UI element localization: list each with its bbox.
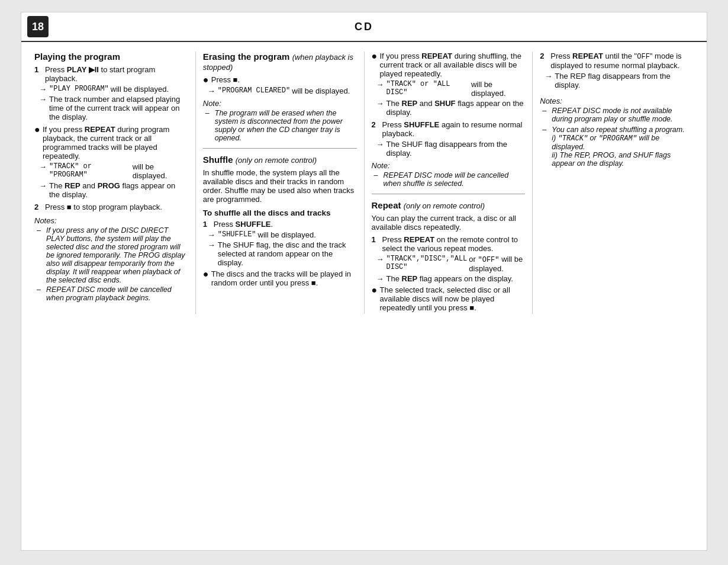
repeat-title: Repeat (only on remote control) — [372, 200, 526, 210]
shuffle-title: Shuffle (only on remote control) — [203, 155, 357, 165]
track-program-text: will be displayed. — [133, 162, 188, 180]
track-program-display: "TRACK" or "PROGRAM" — [49, 162, 131, 179]
step-num-2: 2 — [34, 203, 43, 211]
col3-note-dash: – — [374, 171, 381, 179]
col4-note-dash-1: – — [542, 107, 549, 115]
col3-note-item: – REPEAT DISC mode will be cancelled whe… — [372, 171, 526, 188]
arrow-rep-prog: → The REP and PROG flags appear on the d… — [39, 181, 188, 199]
play-bold: PLAY ▶II — [67, 65, 99, 74]
note-dash-2: – — [37, 285, 44, 294]
content-area: Playing the program 1 Press PLAY ▶II to … — [21, 42, 707, 320]
track-alldisc-text: will be displayed. — [471, 80, 525, 98]
arrow-icon-2: → — [39, 95, 47, 104]
shuffle-step-num-1: 1 — [203, 220, 211, 229]
arrow-icon-1: → — [39, 85, 47, 94]
rep-shuf-text: The REP and SHUF flags appear on the dis… — [386, 99, 526, 117]
stop-bold: ■ — [67, 203, 72, 211]
erase-bullet: ● Press ■. — [203, 75, 357, 85]
col4-notes-label: Notes: — [540, 97, 694, 105]
arrow-repeat-modes: → "TRACK","DISC","ALL DISC" or "OFF" wil… — [376, 255, 526, 273]
rep-appears-text: The REP flag appears on the display. — [386, 274, 513, 283]
col-repeat-shuffle: ● If you press REPEAT during shuffling, … — [365, 52, 533, 314]
arrow-shuffle-display: → "SHUFFLE" will be displayed. — [208, 230, 357, 239]
erase-note-item: – The program will be erased when the sy… — [203, 109, 357, 142]
shuffle-will-display: will be displayed. — [258, 230, 316, 239]
col4-note-1: – REPEAT DISC mode is not available duri… — [540, 107, 694, 123]
arrow-track-program: → "TRACK" or "PROGRAM" will be displayed… — [39, 162, 188, 180]
repeat-title-text: Repeat — [372, 200, 401, 210]
play-program-text: will be displayed. — [111, 85, 169, 94]
col-erase-shuffle: Erasing the program (when playback is st… — [196, 52, 365, 314]
repeat-bold-2: REPEAT — [572, 52, 603, 60]
repeat-shuffle-bullet: ● If you press REPEAT during shuffling, … — [372, 52, 526, 78]
erase-note-text: The program will be erased when the syst… — [215, 109, 357, 142]
bullet-repeat: ● If you press REPEAT during program pla… — [34, 125, 188, 160]
repeat-bullet-text: The selected track, selected disc or all… — [380, 285, 526, 312]
arrow-program-cleared: → "PROGRAM CLEARED" will be displayed. — [208, 86, 357, 95]
program-cleared-display: "PROGRAM CLEARED" — [218, 86, 290, 95]
page-title: CD — [355, 21, 373, 33]
note-1-disc: – If you press any of the DISC DIRECT PL… — [34, 226, 188, 284]
arrow-rep-disappears: → The REP flag disappears from the displ… — [545, 72, 694, 89]
track-time-text: The track number and elapsed playing tim… — [49, 95, 188, 121]
col4-note-1-text: REPEAT DISC mode is not available during… — [552, 107, 694, 123]
repeat-bullet: ● The selected track, selected disc or a… — [372, 285, 526, 312]
col4-notes: Notes: – REPEAT DISC mode is not availab… — [540, 97, 694, 168]
page-wrapper: 18 CD Playing the program 1 Press PLAY ▶… — [21, 12, 707, 551]
repeat-desc: You can play the current track, a disc o… — [372, 214, 526, 232]
repeat-step-2: 2 Press REPEAT until the "OFF" mode is d… — [540, 52, 694, 70]
shuf-disappears-text: The SHUF flag disappears from the displa… — [386, 140, 526, 158]
repeat-modes-display: "TRACK","DISC","ALL DISC" — [386, 255, 468, 271]
col1-notes: Notes: – If you press any of the DISC DI… — [34, 216, 188, 302]
bullet-icon-5: ● — [372, 285, 378, 295]
arrow-icon-6: → — [208, 230, 216, 239]
shuffle-step-num-2: 2 — [372, 120, 380, 129]
col3-note-text: REPEAT DISC mode will be cancelled when … — [384, 171, 526, 188]
step-1-content: Press PLAY ▶II to start program playback… — [45, 65, 188, 83]
repeat-subtitle: (only on remote control) — [404, 201, 485, 210]
shuffle-step-1-content: Press SHUFFLE. — [214, 220, 357, 229]
arrow-shuf-disappears: → The SHUF flag disappears from the disp… — [376, 140, 526, 158]
arrow-icon-4: → — [39, 181, 47, 190]
page-header: 18 CD — [21, 12, 707, 42]
divider-shuffle — [203, 148, 357, 149]
repeat-step-2-content: Press REPEAT until the "OFF" mode is dis… — [550, 52, 694, 70]
step-1-play: 1 Press PLAY ▶II to start program playba… — [34, 65, 188, 83]
shuffle-step-2: 2 Press SHUFFLE again to resume normal p… — [372, 120, 526, 138]
arrow-play-program: → "PLAY PROGRAM" will be displayed. — [39, 85, 188, 94]
notes-label-1: Notes: — [34, 216, 188, 225]
bullet-icon-2: ● — [203, 75, 209, 85]
program-cleared-text: will be displayed. — [292, 86, 350, 95]
repeat-modes-text: or "OFF" will be displayed. — [469, 255, 525, 273]
shuffle-step-1: 1 Press SHUFFLE. — [203, 220, 357, 229]
arrow-icon-13: → — [545, 72, 553, 81]
shuffle-bold: SHUFFLE — [236, 220, 271, 229]
arrow-icon-5: → — [208, 86, 216, 95]
repeat-bold: REPEAT — [404, 235, 434, 244]
divider-repeat — [372, 194, 526, 194]
col4-note-2-text: You can also repeat shuffling a program.… — [552, 126, 694, 168]
playing-program-title: Playing the program — [34, 52, 188, 62]
erase-note-dash: – — [205, 109, 212, 117]
arrow-icon-7: → — [208, 240, 216, 249]
rep-disappears-text: The REP flag disappears from the display… — [555, 72, 694, 89]
col3-note-label: Note: — [372, 161, 526, 170]
col-playing-program: Playing the program 1 Press PLAY ▶II to … — [27, 52, 196, 314]
shuffle-subtitle: (only on remote control) — [236, 156, 317, 165]
shuffle-bullet-text: The discs and the tracks will be played … — [211, 269, 357, 287]
bullet-icon-4: ● — [372, 52, 378, 61]
repeat-text: If you press REPEAT during program playb… — [43, 125, 188, 160]
col4-note-dash-2: – — [542, 126, 549, 134]
shuffle-bullet: ● The discs and the tracks will be playe… — [203, 269, 357, 287]
arrow-rep-shuf: → The REP and SHUF flags appear on the d… — [376, 99, 526, 117]
erase-title: Erasing the program (when playback is st… — [203, 52, 357, 72]
col4-note-2: – You can also repeat shuffling a progra… — [540, 126, 694, 168]
arrow-track-time: → The track number and elapsed playing t… — [39, 95, 188, 121]
note-1-text: If you press any of the DISC DIRECT PLAY… — [46, 226, 188, 284]
shuffle-again-bold: SHUFFLE — [404, 120, 439, 129]
erase-note-label: Note: — [203, 99, 357, 108]
page-number: 18 — [27, 16, 49, 37]
bullet-icon-3: ● — [203, 269, 209, 279]
shuf-flag-text: The SHUF flag, the disc and the track se… — [218, 240, 357, 267]
to-shuffle-title: To shuffle all the discs and tracks — [203, 208, 357, 217]
